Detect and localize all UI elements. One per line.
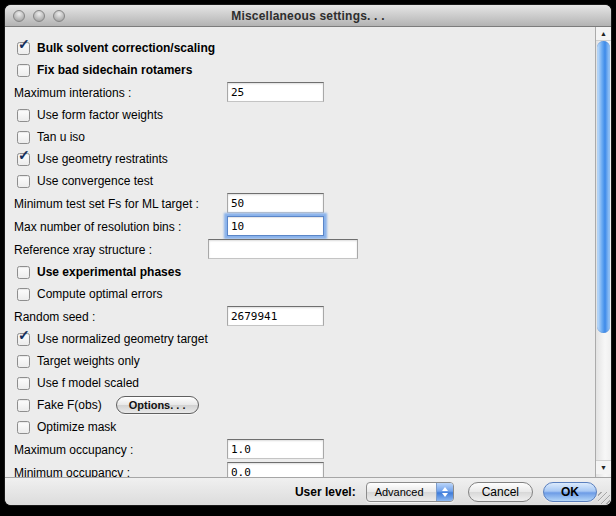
checkbox-row: Fix bad sidechain rotamers bbox=[5, 59, 595, 81]
footer-bar: User level: Advanced Cancel OK bbox=[5, 477, 611, 505]
checkbox-label: Bulk solvent correction/scaling bbox=[37, 41, 215, 55]
field-label: Maximum occupancy : bbox=[14, 443, 133, 457]
user-level-value: Advanced bbox=[367, 486, 436, 498]
checkbox-row: Compute optimal errors bbox=[5, 283, 595, 305]
minimize-button[interactable] bbox=[33, 10, 45, 22]
checkbox[interactable] bbox=[17, 109, 30, 122]
settings-form: ✓Bulk solvent correction/scalingFix bad … bbox=[5, 27, 595, 477]
scroll-up-arrow-icon[interactable]: ▲ bbox=[596, 27, 611, 41]
settings-scroll-area: ✓Bulk solvent correction/scalingFix bad … bbox=[5, 27, 611, 477]
popup-up-arrow-icon bbox=[442, 487, 448, 491]
checkbox[interactable]: ✓ bbox=[17, 333, 30, 346]
window-title: Miscellaneous settings. . . bbox=[231, 9, 384, 23]
miscellaneous-settings-window: Miscellaneous settings. . . ✓Bulk solven… bbox=[5, 5, 611, 505]
checkmark-icon: ✓ bbox=[18, 37, 30, 51]
checkbox[interactable] bbox=[17, 64, 30, 77]
checkbox-label: Optimize mask bbox=[37, 420, 116, 434]
field-label: Max number of resolution bins : bbox=[14, 220, 181, 234]
checkbox-row: Use form factor weights bbox=[5, 104, 595, 126]
zoom-button[interactable] bbox=[53, 10, 65, 22]
checkbox[interactable] bbox=[17, 288, 30, 301]
field-row: Reference xray structure : bbox=[5, 238, 595, 261]
checkmark-icon: ✓ bbox=[18, 328, 30, 342]
vertical-scrollbar[interactable]: ▲ ▼ bbox=[595, 27, 611, 477]
resize-grip[interactable] bbox=[598, 492, 610, 504]
user-level-label: User level: bbox=[295, 485, 356, 499]
field-row: Minimum test set Fs for ML target : bbox=[5, 192, 595, 215]
checkbox[interactable]: ✓ bbox=[17, 153, 30, 166]
close-button[interactable] bbox=[13, 10, 25, 22]
checkbox-row: Optimize mask bbox=[5, 416, 595, 438]
scroll-down-arrow-icon[interactable]: ▼ bbox=[596, 460, 611, 474]
checkbox-row: Target weights only bbox=[5, 350, 595, 372]
checkbox-row: Fake F(obs)Options. . . bbox=[5, 394, 595, 416]
checkbox[interactable] bbox=[17, 131, 30, 144]
checkbox-label: Fake F(obs) bbox=[37, 398, 102, 412]
checkbox[interactable] bbox=[17, 421, 30, 434]
field-row: Minimum occupancy : bbox=[5, 461, 595, 477]
text-field[interactable] bbox=[227, 216, 324, 236]
checkbox-label: Use convergence test bbox=[37, 174, 153, 188]
screenshot-background: Miscellaneous settings. . . ✓Bulk solven… bbox=[0, 0, 616, 516]
title-bar[interactable]: Miscellaneous settings. . . bbox=[5, 5, 611, 27]
text-field[interactable] bbox=[227, 462, 324, 477]
checkbox-label: Use normalized geometry target bbox=[37, 332, 208, 346]
checkbox[interactable] bbox=[17, 266, 30, 279]
text-field[interactable] bbox=[227, 193, 324, 213]
text-field[interactable] bbox=[227, 439, 324, 459]
checkbox-label: Use experimental phases bbox=[37, 265, 181, 279]
field-row: Random seed : bbox=[5, 305, 595, 328]
ok-button[interactable]: OK bbox=[543, 482, 597, 502]
text-field[interactable] bbox=[208, 239, 358, 259]
checkbox-row: Tan u iso bbox=[5, 126, 595, 148]
field-label: Minimum occupancy : bbox=[14, 466, 130, 478]
text-field[interactable] bbox=[227, 82, 324, 102]
scrollbar-thumb[interactable] bbox=[597, 41, 610, 333]
checkbox-row: ✓Use geometry restratints bbox=[5, 148, 595, 170]
checkbox[interactable] bbox=[17, 377, 30, 390]
window-controls bbox=[13, 5, 65, 27]
checkbox-label: Use f model scaled bbox=[37, 376, 139, 390]
checkbox-label: Compute optimal errors bbox=[37, 287, 162, 301]
field-row: Maximum interations : bbox=[5, 81, 595, 104]
field-row: Max number of resolution bins : bbox=[5, 215, 595, 238]
popup-down-arrow-icon bbox=[442, 493, 448, 497]
field-label: Random seed : bbox=[14, 310, 95, 324]
checkmark-icon: ✓ bbox=[18, 148, 30, 162]
field-label: Minimum test set Fs for ML target : bbox=[14, 197, 199, 211]
checkbox-row: Use experimental phases bbox=[5, 261, 595, 283]
checkbox-row: ✓Use normalized geometry target bbox=[5, 328, 595, 350]
checkbox[interactable] bbox=[17, 355, 30, 368]
text-field[interactable] bbox=[227, 306, 324, 326]
user-level-popup[interactable]: Advanced bbox=[366, 482, 454, 502]
cancel-button[interactable]: Cancel bbox=[468, 482, 533, 502]
checkbox-label: Use geometry restratints bbox=[37, 152, 168, 166]
checkbox-label: Fix bad sidechain rotamers bbox=[37, 63, 192, 77]
popup-stepper-icon bbox=[436, 483, 453, 501]
field-label: Maximum interations : bbox=[14, 86, 131, 100]
field-row: Maximum occupancy : bbox=[5, 438, 595, 461]
checkbox-row: Use f model scaled bbox=[5, 372, 595, 394]
field-label: Reference xray structure : bbox=[14, 243, 152, 257]
checkbox-label: Target weights only bbox=[37, 354, 140, 368]
checkbox-label: Use form factor weights bbox=[37, 108, 163, 122]
checkbox[interactable]: ✓ bbox=[17, 42, 30, 55]
checkbox-label: Tan u iso bbox=[37, 130, 85, 144]
checkbox-row: Use convergence test bbox=[5, 170, 595, 192]
checkbox[interactable] bbox=[17, 399, 30, 412]
options-button[interactable]: Options. . . bbox=[116, 396, 199, 414]
checkbox[interactable] bbox=[17, 175, 30, 188]
checkbox-row: ✓Bulk solvent correction/scaling bbox=[5, 37, 595, 59]
